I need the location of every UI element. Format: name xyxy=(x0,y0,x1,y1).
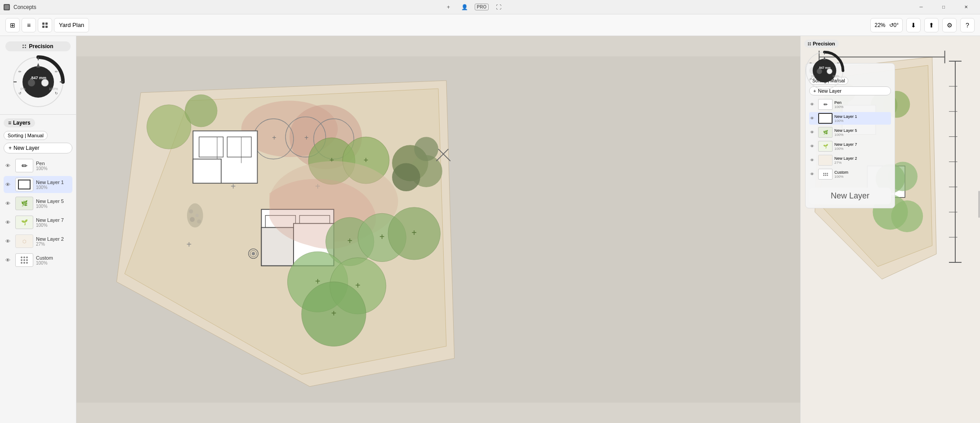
right-grid-dots-icon xyxy=(808,42,811,45)
svg-point-103 xyxy=(827,69,832,74)
layer-item-7[interactable]: 👁 🌱 New Layer 7 100% xyxy=(4,214,72,231)
svg-point-68 xyxy=(197,220,201,224)
right-layer-opacity-5: 100% xyxy=(834,133,857,137)
right-layer-opacity-pen: 100% xyxy=(834,105,843,109)
right-eye-icon-2[interactable]: 👁 xyxy=(810,158,816,162)
svg-point-5 xyxy=(41,79,49,86)
close-button[interactable]: ✕ xyxy=(956,1,976,14)
apps-view-button[interactable] xyxy=(38,18,52,32)
right-layer-info-5: New Layer 5 100% xyxy=(834,128,857,137)
right-new-layer-large-button[interactable]: New Layer xyxy=(813,191,887,201)
grid-view-button[interactable]: ⊞ xyxy=(5,18,20,32)
toolbar-left: ⊞ ≡ Yard Plan xyxy=(5,18,89,32)
precision-wheel[interactable]: .847 mm 0% 100% xyxy=(11,55,65,109)
layer-item-2[interactable]: 👁 ⬡ New Layer 2 27% xyxy=(4,233,72,250)
window-controls: ─ □ ✕ xyxy=(911,1,976,14)
layers-panel: ≡ Layers Sorting | Manual + New Layer 👁 … xyxy=(0,115,76,423)
document-title-button[interactable]: Yard Plan xyxy=(54,18,89,32)
right-layer-item-7[interactable]: 👁 🌱 New Layer 7 100% xyxy=(809,140,891,153)
right-eye-icon-pen[interactable]: 👁 xyxy=(810,102,816,107)
export-icon: ⬇ xyxy=(911,22,916,29)
right-layer-name-pen: Pen xyxy=(834,100,843,105)
right-precision-button[interactable]: Precision xyxy=(804,40,839,48)
left-panel: Precision .847 mm xyxy=(0,36,76,423)
svg-point-66 xyxy=(196,214,199,217)
scroll-handle[interactable] xyxy=(978,191,980,218)
layer-item-1[interactable]: 👁 New Layer 1 100% xyxy=(4,176,72,193)
right-layer-item-custom[interactable]: 👁 Custom xyxy=(809,168,891,180)
help-button[interactable]: ? xyxy=(960,18,975,32)
add-button[interactable]: + xyxy=(442,3,455,12)
zoom-control[interactable]: 22% ↺0° xyxy=(870,18,903,32)
eye-icon-pen[interactable]: 👁 xyxy=(5,163,13,168)
precision-button[interactable]: Precision xyxy=(5,41,71,51)
layers-button[interactable]: ≡ Layers xyxy=(4,118,35,127)
svg-text:↺: ↺ xyxy=(810,78,812,81)
right-wheel-svg: .847 mm 0% 100% ✏ ✏ ↺ ↻ xyxy=(804,50,845,91)
zoom-value: 22% xyxy=(874,22,885,28)
canvas-area[interactable]: + + + + xyxy=(76,36,800,423)
pen-thumb-icon: ✏ xyxy=(22,162,27,170)
svg-text:+: + xyxy=(347,236,352,246)
layer-thumb-custom xyxy=(15,253,33,267)
layer-info-custom: Custom 100% xyxy=(36,255,71,266)
right-eye-icon-5[interactable]: 👁 xyxy=(810,130,816,135)
right-layer-opacity-2: 27% xyxy=(834,161,857,165)
restore-button[interactable]: □ xyxy=(933,1,954,14)
trees-thumb-icon: 🌿 xyxy=(21,200,28,207)
layer-info-5: New Layer 5 100% xyxy=(36,198,71,209)
plus-icon: + xyxy=(9,145,12,151)
toolbar: ⊞ ≡ Yard Plan 22% ↺0° ⬇ ⬆ xyxy=(0,14,980,36)
svg-text:+: + xyxy=(315,276,320,286)
svg-point-20 xyxy=(185,94,218,127)
svg-text:100%: 100% xyxy=(49,87,58,91)
settings-button[interactable]: ⚙ xyxy=(942,18,957,32)
layer-item-custom[interactable]: 👁 xyxy=(4,252,72,269)
right-custom-grid xyxy=(823,173,828,176)
eye-icon-7[interactable]: 👁 xyxy=(5,220,13,225)
svg-point-65 xyxy=(189,209,193,213)
svg-text:+: + xyxy=(412,228,417,238)
layer-opacity-5: 100% xyxy=(36,204,71,209)
right-eye-icon-custom[interactable]: 👁 xyxy=(810,172,816,176)
export-button[interactable]: ⬇ xyxy=(906,18,921,32)
svg-text:+: + xyxy=(231,181,236,191)
list-view-button[interactable]: ≡ xyxy=(22,18,36,32)
share-button[interactable]: ⬆ xyxy=(924,18,939,32)
right-layer-name-custom: Custom xyxy=(834,170,848,175)
svg-text:↻: ↻ xyxy=(837,78,839,81)
layer-item-5[interactable]: 👁 🌿 New Layer 5 100% xyxy=(4,195,72,212)
eye-icon-custom[interactable]: 👁 xyxy=(5,257,13,263)
titlebar: Concepts + 👤 PRO ⛶ ─ □ ✕ xyxy=(0,0,980,14)
svg-text:+: + xyxy=(315,181,320,191)
titlebar-center: + 👤 PRO ⛶ xyxy=(442,3,505,12)
right-layer-item-pen[interactable]: 👁 ✏ Pen 100% xyxy=(809,98,891,111)
precision-section: Precision .847 mm xyxy=(0,36,76,115)
layer-item-pen[interactable]: 👁 ✏ Pen 100% xyxy=(4,157,72,174)
sorting-button[interactable]: Sorting | Manual xyxy=(4,131,48,140)
fullscreen-button[interactable]: ⛶ xyxy=(492,3,505,12)
share-icon: ⬆ xyxy=(929,22,934,29)
right-eye-icon-1[interactable]: 👁 xyxy=(810,116,816,121)
eye-icon-5[interactable]: 👁 xyxy=(5,201,13,206)
minimize-button[interactable]: ─ xyxy=(911,1,931,14)
user-button[interactable]: 👤 xyxy=(459,3,471,12)
right-layer-info-pen: Pen 100% xyxy=(834,100,843,109)
svg-text:+: + xyxy=(379,232,384,242)
layer-thumb-7: 🌱 xyxy=(15,216,33,229)
right-layer-thumb-5: 🌿 xyxy=(818,127,833,138)
svg-text:+: + xyxy=(272,133,276,141)
right-layer-item-2[interactable]: 👁 New Layer 2 27% xyxy=(809,154,891,166)
eye-icon-2[interactable]: 👁 xyxy=(5,238,13,244)
right-layer-item-1[interactable]: 👁 New Layer 1 100% xyxy=(809,112,891,125)
svg-marker-11 xyxy=(36,63,40,68)
right-layer-opacity-custom: 100% xyxy=(834,175,848,179)
right-eye-icon-7[interactable]: 👁 xyxy=(810,144,816,148)
layer-name-custom: Custom xyxy=(36,255,71,261)
right-layer-item-5[interactable]: 👁 🌿 New Layer 5 100% xyxy=(809,126,891,139)
eye-icon-1[interactable]: 👁 xyxy=(5,182,13,187)
right-layer-thumb-7: 🌱 xyxy=(818,141,833,152)
new-layer-button[interactable]: + New Layer xyxy=(4,143,72,153)
right-layer-info-custom: Custom 100% xyxy=(834,170,848,179)
right-layer-thumb-pen: ✏ xyxy=(818,99,833,110)
